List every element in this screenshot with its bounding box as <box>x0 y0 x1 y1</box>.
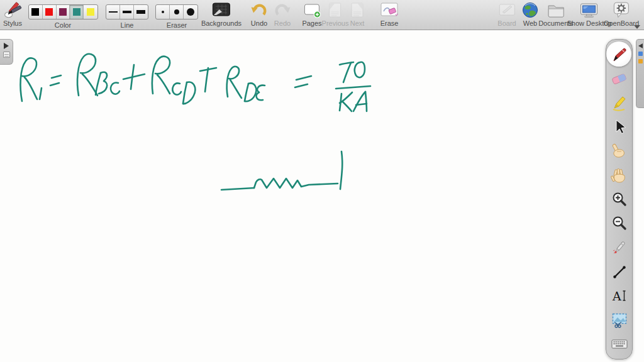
pen-icon <box>611 47 628 63</box>
laser-pointer-icon <box>611 239 628 256</box>
tool-palette: A <box>606 39 633 359</box>
erase-icon <box>380 0 399 19</box>
text-tool-button[interactable]: A <box>606 284 633 308</box>
line-thick-button[interactable] <box>134 5 148 19</box>
zoom-out-tool-button[interactable] <box>606 212 633 236</box>
eraser-small-button[interactable] <box>156 5 170 19</box>
library-mini-icon <box>638 52 643 56</box>
web-label: Web <box>523 19 537 27</box>
backgrounds-button[interactable]: Backgrounds <box>201 0 242 27</box>
whiteboard-canvas[interactable] <box>0 30 644 362</box>
open-hand-icon <box>611 167 628 184</box>
eraser-icon <box>611 70 628 87</box>
line-medium-button[interactable] <box>120 5 134 19</box>
color-swatch-red[interactable] <box>43 5 57 19</box>
line-width-group <box>106 4 148 19</box>
expand-left-icon <box>638 43 643 48</box>
openboard-gear-icon <box>613 0 630 19</box>
next-label: Next <box>350 19 365 27</box>
eraser-size-group <box>155 4 198 19</box>
pages-button[interactable]: Pages <box>302 0 321 27</box>
redo-icon <box>274 0 291 19</box>
cursor-arrow-icon <box>612 119 627 135</box>
line-tool-button[interactable] <box>606 260 633 284</box>
stylus-label: Stylus <box>3 19 22 27</box>
web-button[interactable]: Web <box>521 0 539 27</box>
undo-button[interactable]: Undo <box>250 0 268 27</box>
svg-text:A: A <box>612 289 621 303</box>
text-tool-icon: A <box>611 288 628 304</box>
expand-right-icon <box>4 43 9 49</box>
eraser-tool-button[interactable] <box>606 67 633 90</box>
line-thin-button[interactable] <box>106 5 120 19</box>
board-icon <box>498 0 516 19</box>
redo-button: Redo <box>274 0 291 27</box>
previous-button: Previous <box>322 0 349 27</box>
stylus-icon <box>3 0 22 19</box>
page-navigator-tab[interactable] <box>0 39 13 65</box>
erase-button[interactable]: Erase <box>380 0 399 27</box>
web-globe-icon <box>521 0 539 19</box>
zoom-out-icon <box>611 216 628 232</box>
eraser-large-button[interactable] <box>184 5 197 19</box>
eraser-label: Eraser <box>167 21 187 29</box>
previous-page-icon <box>327 0 343 19</box>
library-drawer-tab[interactable] <box>636 39 644 108</box>
openboard-menu-button[interactable]: OpenBoard <box>604 0 639 27</box>
line-label: Line <box>121 21 134 29</box>
library-mini-icon <box>638 59 643 63</box>
next-button: Next <box>349 0 365 27</box>
stylus-button[interactable]: Stylus <box>3 0 22 27</box>
color-swatch-black[interactable] <box>29 5 43 19</box>
show-desktop-monitor-icon <box>580 0 599 19</box>
documents-folder-icon <box>547 0 565 19</box>
eraser-medium-button[interactable] <box>170 5 184 19</box>
keyboard-icon <box>611 337 628 351</box>
next-page-icon <box>349 0 365 19</box>
pages-label: Pages <box>302 19 321 27</box>
capture-tool-button[interactable] <box>606 308 633 332</box>
capture-icon <box>611 311 628 329</box>
selector-tool-button[interactable] <box>606 115 633 139</box>
backgrounds-icon <box>212 0 231 19</box>
color-swatch-teal[interactable] <box>70 5 84 19</box>
color-swatch-maroon[interactable] <box>57 5 70 19</box>
pointing-hand-icon <box>611 143 628 160</box>
backgrounds-label: Backgrounds <box>201 19 242 27</box>
previous-label: Previous <box>322 19 349 27</box>
zoom-in-tool-button[interactable] <box>606 187 633 211</box>
undo-label: Undo <box>251 19 267 27</box>
board-button: Board <box>497 0 516 27</box>
line-icon <box>611 264 628 280</box>
highlighter-tool-button[interactable] <box>606 91 633 115</box>
undo-icon <box>250 0 268 19</box>
zoom-in-icon <box>611 192 628 208</box>
board-label: Board <box>497 19 516 27</box>
pan-hand-tool-button[interactable] <box>606 163 633 187</box>
color-label: Color <box>55 21 71 29</box>
highlighter-icon <box>611 94 628 111</box>
pages-icon <box>303 0 321 19</box>
erase-label: Erase <box>380 19 399 27</box>
top-toolbar: Stylus Color Line Eraser <box>0 0 644 30</box>
pointer-hand-tool-button[interactable] <box>606 140 633 163</box>
redo-label: Redo <box>274 19 291 27</box>
page-thumbnail-icon <box>3 52 10 58</box>
virtual-keyboard-tool-button[interactable] <box>606 332 633 356</box>
openboard-app: Stylus Color Line Eraser <box>0 0 644 362</box>
pen-tool-button[interactable] <box>606 43 633 67</box>
color-palette <box>28 4 98 19</box>
laser-pointer-tool-button[interactable] <box>606 236 633 260</box>
color-swatch-yellow[interactable] <box>84 5 97 19</box>
openboard-menu-caret-icon[interactable] <box>634 25 640 29</box>
